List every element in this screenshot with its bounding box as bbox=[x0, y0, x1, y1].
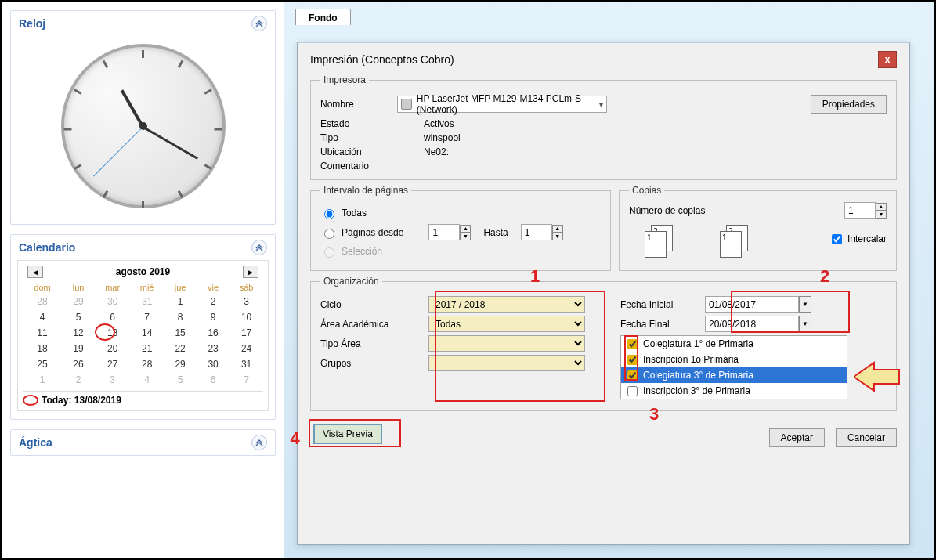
cal-day-cell[interactable]: 1 bbox=[23, 372, 62, 388]
cal-day-cell[interactable]: 17 bbox=[229, 325, 263, 341]
spin-up-icon[interactable]: ▲ bbox=[552, 225, 563, 233]
page-to-input[interactable] bbox=[521, 224, 552, 240]
spin-up-icon[interactable]: ▲ bbox=[876, 203, 887, 211]
cal-day-cell[interactable]: 6 bbox=[197, 372, 229, 388]
fecha-fin-input[interactable] bbox=[705, 316, 799, 332]
cal-day-cell[interactable]: 16 bbox=[197, 325, 229, 341]
aceptar-button[interactable]: Aceptar bbox=[769, 428, 825, 447]
radio-all-pages[interactable] bbox=[324, 209, 334, 219]
dialog-close-button[interactable]: x bbox=[878, 51, 897, 68]
spin-up-icon[interactable]: ▲ bbox=[460, 225, 471, 233]
concept-checkbox[interactable] bbox=[627, 355, 638, 365]
collapse-calendar-button[interactable] bbox=[251, 240, 267, 255]
spin-down-icon[interactable]: ▼ bbox=[876, 211, 887, 219]
cal-day-cell[interactable]: 2 bbox=[62, 372, 95, 388]
page-from-input[interactable] bbox=[428, 224, 460, 240]
collate-checkbox[interactable] bbox=[832, 234, 842, 244]
cal-day-cell[interactable]: 21 bbox=[130, 341, 164, 356]
cal-next-button[interactable]: ► bbox=[243, 266, 258, 278]
cal-prev-button[interactable]: ◄ bbox=[27, 266, 43, 278]
concept-item[interactable]: Inscripción 1o Primaria bbox=[621, 352, 847, 367]
cal-day-cell[interactable]: 30 bbox=[197, 356, 229, 372]
calendar-grid[interactable]: domlunmarmiéjueviesáb 282930311234567891… bbox=[23, 281, 263, 388]
cal-day-cell[interactable]: 24 bbox=[229, 341, 263, 356]
org-legend: Organización bbox=[320, 276, 382, 287]
tab-fondo[interactable]: Fondo bbox=[295, 9, 351, 25]
cal-day-cell[interactable]: 7 bbox=[229, 372, 263, 388]
cal-day-cell[interactable]: 8 bbox=[164, 309, 197, 325]
copies-input[interactable] bbox=[844, 202, 876, 219]
area-select[interactable]: Todas bbox=[428, 316, 585, 332]
cal-day-cell[interactable]: 30 bbox=[95, 294, 130, 309]
printer-properties-button[interactable]: Propiedades bbox=[811, 95, 887, 114]
cal-day-cell[interactable]: 4 bbox=[23, 309, 62, 325]
dropdown-icon[interactable]: ▼ bbox=[799, 316, 811, 332]
cal-day-cell[interactable]: 27 bbox=[95, 356, 130, 372]
grupos-label: Grupos bbox=[320, 358, 422, 369]
cal-dow-header: mar bbox=[95, 281, 130, 294]
collate-label: Intercalar bbox=[847, 233, 887, 244]
cal-day-cell[interactable]: 31 bbox=[229, 356, 263, 372]
concept-item[interactable]: Colegiatura 1° de Primaria bbox=[621, 336, 847, 352]
cal-day-cell[interactable]: 18 bbox=[23, 341, 62, 356]
vista-previa-button[interactable]: Vista Previa bbox=[313, 424, 382, 444]
cal-day-cell[interactable]: 29 bbox=[164, 356, 197, 372]
cal-day-cell[interactable]: 23 bbox=[197, 341, 229, 356]
cancelar-button[interactable]: Cancelar bbox=[836, 428, 897, 447]
printer-name-label: Nombre bbox=[320, 99, 391, 110]
cal-day-cell[interactable]: 22 bbox=[164, 341, 197, 356]
grupos-select[interactable] bbox=[428, 355, 585, 371]
spin-down-icon[interactable]: ▼ bbox=[552, 233, 563, 240]
copies-spinner[interactable]: ▲▼ bbox=[844, 202, 887, 219]
cal-dow-header: sáb bbox=[229, 281, 263, 294]
cal-day-cell[interactable]: 4 bbox=[130, 372, 164, 388]
cal-day-cell[interactable]: 29 bbox=[62, 294, 95, 309]
cal-day-cell[interactable]: 5 bbox=[62, 309, 95, 325]
tipo-select[interactable] bbox=[428, 335, 585, 352]
cal-day-cell[interactable]: 26 bbox=[62, 356, 95, 372]
dropdown-icon[interactable]: ▼ bbox=[799, 296, 811, 313]
cal-day-cell[interactable]: 15 bbox=[164, 325, 197, 341]
concept-item[interactable]: Colegiatura 3° de Primaria bbox=[621, 367, 847, 383]
cal-day-cell[interactable]: 13 bbox=[95, 325, 130, 341]
cal-day-cell[interactable]: 25 bbox=[23, 356, 62, 372]
cal-day-cell[interactable]: 5 bbox=[164, 372, 197, 388]
concepts-listbox[interactable]: Colegiatura 1° de PrimariaInscripción 1o… bbox=[620, 335, 847, 399]
cal-day-cell[interactable]: 9 bbox=[197, 309, 229, 325]
cal-day-cell[interactable]: 1 bbox=[164, 294, 197, 309]
cal-day-cell[interactable]: 12 bbox=[62, 325, 95, 341]
printer-select[interactable]: HP LaserJet MFP M129-M134 PCLm-S (Networ… bbox=[397, 96, 607, 113]
copies-legend: Copias bbox=[629, 185, 664, 196]
cal-day-cell[interactable]: 2 bbox=[197, 294, 229, 309]
page-to-spinner[interactable]: ▲▼ bbox=[521, 224, 563, 240]
collapse-clock-button[interactable] bbox=[251, 16, 267, 31]
page-from-spinner[interactable]: ▲▼ bbox=[428, 224, 471, 240]
cal-day-cell[interactable]: 20 bbox=[95, 341, 130, 356]
cal-day-cell[interactable]: 6 bbox=[95, 309, 130, 325]
calendar-today-row[interactable]: Today: 13/08/2019 bbox=[23, 391, 263, 406]
cal-day-cell[interactable]: 3 bbox=[229, 294, 263, 309]
concept-checkbox[interactable] bbox=[627, 386, 638, 396]
concept-item[interactable]: Inscripción 3° de Primaria bbox=[621, 383, 847, 399]
collate-checkbox-row[interactable]: Intercalar bbox=[829, 232, 887, 247]
cal-day-cell[interactable]: 10 bbox=[229, 309, 263, 325]
cal-day-cell[interactable]: 14 bbox=[130, 325, 164, 341]
cal-day-cell[interactable]: 3 bbox=[95, 372, 130, 388]
cal-month-label: agosto 2019 bbox=[116, 266, 170, 277]
concept-checkbox[interactable] bbox=[627, 370, 638, 381]
cal-day-cell[interactable]: 31 bbox=[130, 294, 164, 309]
radio-page-range[interactable] bbox=[324, 229, 334, 239]
ciclo-select[interactable]: 2017 / 2018 bbox=[428, 296, 585, 313]
cal-day-cell[interactable]: 7 bbox=[130, 309, 164, 325]
fecha-ini-input[interactable] bbox=[705, 296, 799, 313]
cal-day-cell[interactable]: 11 bbox=[23, 325, 62, 341]
clock-panel: Reloj bbox=[10, 10, 276, 225]
concept-checkbox[interactable] bbox=[627, 339, 638, 349]
cal-day-cell[interactable]: 28 bbox=[130, 356, 164, 372]
copies-count-label: Número de copias bbox=[629, 205, 705, 216]
spin-down-icon[interactable]: ▼ bbox=[460, 233, 471, 240]
cal-day-cell[interactable]: 28 bbox=[23, 294, 62, 309]
cal-day-cell[interactable]: 19 bbox=[62, 341, 95, 356]
annotation-4: 4 bbox=[291, 428, 300, 449]
collapse-agtica-button[interactable] bbox=[251, 435, 267, 450]
